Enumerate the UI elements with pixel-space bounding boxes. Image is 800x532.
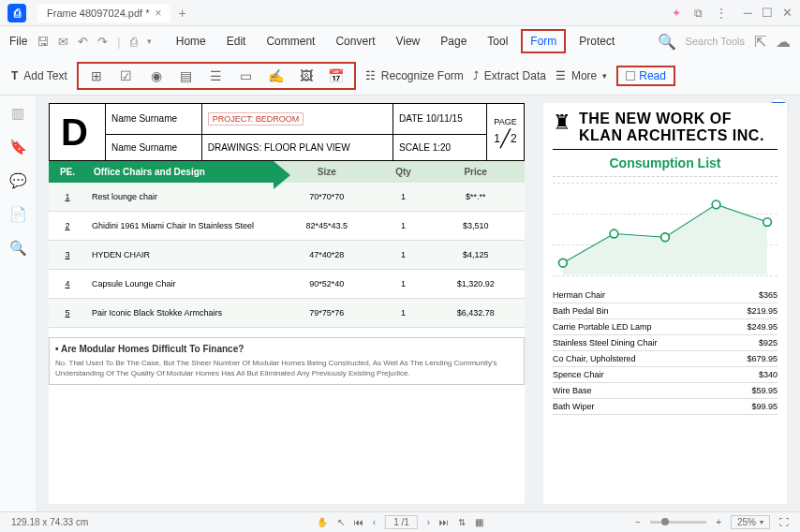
hand-tool-icon[interactable]: ✋ bbox=[317, 517, 328, 527]
page-current[interactable]: 1 bbox=[393, 517, 399, 527]
svg-point-4 bbox=[763, 217, 772, 226]
sparkle-icon[interactable]: ✦ bbox=[669, 6, 684, 21]
document-canvas[interactable]: W D Name Surname PROJECT: BEDROOM DATE 1… bbox=[36, 96, 800, 511]
select-tool-icon[interactable]: ↖ bbox=[337, 517, 345, 527]
print-dropdown-icon[interactable]: ▾ bbox=[147, 37, 152, 46]
dropdown-icon[interactable]: ▤ bbox=[178, 67, 195, 84]
comments-icon[interactable]: 💬 bbox=[9, 172, 27, 189]
tab-protect[interactable]: Protect bbox=[571, 31, 622, 52]
header-table: D Name Surname PROJECT: BEDROOM DATE 10/… bbox=[49, 103, 525, 161]
checkbox-icon[interactable]: ☑ bbox=[118, 67, 135, 84]
svg-point-2 bbox=[661, 233, 670, 242]
tab-home[interactable]: Home bbox=[169, 31, 214, 52]
tab-tool[interactable]: Tool bbox=[480, 31, 515, 52]
date-cell: DATE 10/11/15 bbox=[393, 104, 487, 135]
button-field-icon[interactable]: ▭ bbox=[238, 67, 255, 84]
lamp-icon: ♜ bbox=[553, 111, 571, 135]
tab-edit[interactable]: Edit bbox=[219, 31, 254, 52]
name-surname-2: Name Surname bbox=[106, 134, 202, 160]
print-icon[interactable]: ⎙ bbox=[130, 35, 138, 49]
read-button[interactable]: Read bbox=[616, 66, 675, 86]
statusbar: 129.18 x 74.33 cm ✋ ↖ ⏮ ‹ 1 /1 › ⏭ ⇅ ▦ −… bbox=[0, 511, 800, 532]
zoom-value[interactable]: 25%▾ bbox=[731, 515, 770, 529]
minimize-icon[interactable]: ─ bbox=[744, 6, 752, 20]
table-row: 3HYDEN CHAIR47*40*281$4,125 bbox=[49, 241, 525, 270]
document-page: D Name Surname PROJECT: BEDROOM DATE 10/… bbox=[49, 103, 525, 504]
project-field[interactable]: PROJECT: BEDROOM bbox=[208, 112, 304, 126]
maximize-icon[interactable]: ☐ bbox=[762, 6, 773, 20]
toolbar: T Add Text ⊞ ☑ ◉ ▤ ☰ ▭ ✍ 🖼 📅 ☷ Recognize… bbox=[0, 56, 800, 96]
name-surname-1: Name Surname bbox=[106, 104, 202, 135]
attachments-icon[interactable]: 📄 bbox=[9, 206, 27, 223]
undo-icon[interactable]: ↶ bbox=[78, 35, 88, 49]
list-item: Herman Chair$365 bbox=[553, 288, 778, 303]
add-text-button[interactable]: T Add Text bbox=[11, 69, 67, 82]
file-menu[interactable]: File bbox=[9, 35, 27, 48]
signature-icon[interactable]: ✍ bbox=[268, 67, 285, 84]
recognize-form-button[interactable]: ☷ Recognize Form bbox=[365, 69, 464, 82]
thumbnails-icon[interactable]: ▥ bbox=[11, 105, 24, 122]
more-icon: ☰ bbox=[556, 69, 566, 82]
price-list: Herman Chair$365Bath Pedal Bin$219.95Car… bbox=[553, 288, 778, 415]
textfield-icon[interactable]: ⊞ bbox=[88, 67, 105, 84]
zoom-out-icon[interactable]: − bbox=[635, 517, 641, 527]
radio-icon[interactable]: ◉ bbox=[148, 67, 165, 84]
first-page-icon[interactable]: ⏮ bbox=[354, 517, 363, 527]
sidebar: ▥ 🔖 💬 📄 🔍 bbox=[0, 96, 36, 511]
save-icon[interactable]: 🖫 bbox=[37, 35, 49, 49]
search-icon[interactable]: 🔍 bbox=[658, 33, 676, 51]
image-field-icon[interactable]: 🖼 bbox=[298, 67, 315, 84]
svg-point-3 bbox=[712, 200, 720, 209]
text-icon: T bbox=[11, 69, 18, 82]
search-placeholder[interactable]: Search Tools bbox=[686, 36, 745, 47]
tab-comment[interactable]: Comment bbox=[259, 31, 322, 52]
col-price: Price bbox=[426, 161, 525, 183]
col-pe: PE. bbox=[49, 161, 86, 183]
chairs-table: PE. Office Chairs and Design Size Qty Pr… bbox=[49, 161, 525, 328]
close-icon[interactable]: ✕ bbox=[782, 6, 793, 20]
faq-box: Are Modular Homes Difficult To Finance? … bbox=[49, 337, 525, 385]
tab-label: Frame 48097024.pdf * bbox=[47, 7, 149, 19]
scale-cell: SCALE 1:20 bbox=[393, 134, 487, 160]
kebab-icon[interactable]: ⋮ bbox=[714, 6, 729, 21]
zoom-in-icon[interactable]: + bbox=[716, 517, 721, 527]
upload-icon[interactable]: ☁ bbox=[776, 33, 791, 51]
svg-point-1 bbox=[610, 229, 618, 238]
layout-icon[interactable]: ▦ bbox=[475, 517, 483, 527]
zoom-slider[interactable] bbox=[650, 521, 706, 524]
menubar: File 🖫 ✉ ↶ ↷ | ⎙ ▾ Home Edit Comment Con… bbox=[0, 26, 800, 56]
list-item: Co Chair, Upholstered$679.95 bbox=[553, 351, 778, 367]
ribbon-tabs: Home Edit Comment Convert View Page Tool… bbox=[169, 29, 623, 53]
consumption-heading: Consumption List bbox=[553, 150, 778, 177]
page-total: /1 bbox=[402, 517, 409, 527]
tab-form[interactable]: Form bbox=[521, 29, 566, 53]
next-page-icon[interactable]: › bbox=[427, 517, 430, 527]
chart-svg bbox=[553, 183, 778, 285]
mail-icon[interactable]: ✉ bbox=[58, 35, 68, 49]
fit-icon[interactable]: ⛶ bbox=[779, 517, 789, 527]
tab-convert[interactable]: Convert bbox=[328, 31, 382, 52]
extract-data-button[interactable]: ⤴ Extract Data bbox=[473, 69, 546, 82]
tab-view[interactable]: View bbox=[388, 31, 427, 52]
new-tab-button[interactable]: + bbox=[178, 6, 185, 21]
more-button[interactable]: ☰ More▾ bbox=[556, 69, 607, 82]
date-field-icon[interactable]: 📅 bbox=[328, 67, 345, 84]
titlebar: ⎙ Frame 48097024.pdf * × + ✦ ⧉ ⋮ ─ ☐ ✕ bbox=[0, 0, 800, 26]
right-panel-page: ♜ THE NEW WORK OFKLAN ARCHITECTS INC. Co… bbox=[543, 103, 787, 504]
bookmarks-icon[interactable]: 🔖 bbox=[9, 139, 27, 155]
fields-panel-icon[interactable]: 🔍 bbox=[9, 240, 27, 257]
copy-icon[interactable]: ⧉ bbox=[691, 6, 706, 21]
list-item: Bath Pedal Bin$219.95 bbox=[553, 303, 778, 319]
page-label: PAGE bbox=[493, 117, 518, 126]
listbox-icon[interactable]: ☰ bbox=[208, 67, 225, 84]
tab-page[interactable]: Page bbox=[433, 31, 474, 52]
drawings-cell: DRAWINGS: FLOOR PLAN VIEW bbox=[201, 134, 393, 160]
document-tab[interactable]: Frame 48097024.pdf * × bbox=[37, 4, 170, 22]
tab-close-icon[interactable]: × bbox=[155, 7, 161, 20]
prev-page-icon[interactable]: ‹ bbox=[373, 517, 376, 527]
table-row: 2Ghidini 1961 Miami Chair In Stainless S… bbox=[49, 212, 525, 241]
last-page-icon[interactable]: ⏭ bbox=[439, 517, 449, 527]
share-icon[interactable]: ⇱ bbox=[754, 33, 766, 51]
redo-icon[interactable]: ↷ bbox=[97, 35, 108, 49]
scroll-icon[interactable]: ⇅ bbox=[458, 517, 466, 527]
